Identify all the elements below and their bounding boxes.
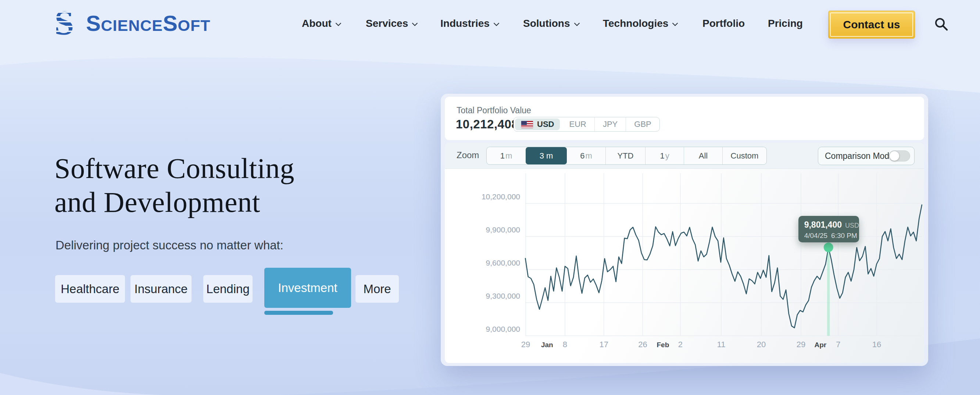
chart-tooltip: 9,801,400 USD 4/04/25 6:30 PM <box>799 216 859 242</box>
nav-item-services[interactable]: Services <box>366 15 418 32</box>
chevron-down-icon <box>493 22 500 27</box>
range-3m-button[interactable]: 3 m <box>526 147 567 164</box>
range-custom-button[interactable]: Custom <box>722 147 767 164</box>
portfolio-chart: 10,200,0009,900,0009,600,0009,300,0009,0… <box>445 169 924 363</box>
range-1y-button[interactable]: 1y <box>645 147 684 164</box>
x-axis-label: Feb <box>657 341 670 349</box>
comparison-mode-label: Comparison Mode <box>825 151 894 161</box>
chevron-down-icon <box>412 22 418 27</box>
portfolio-value: 10,212,408 <box>456 117 518 131</box>
nav-item-pricing[interactable]: Pricing <box>768 15 803 32</box>
portfolio-line <box>525 204 922 328</box>
contact-us-button[interactable]: Contact us <box>828 11 915 38</box>
x-axis-label: 26 <box>638 340 647 349</box>
tab-healthcare[interactable]: Healthcare <box>55 275 125 303</box>
tab-investment[interactable]: Investment <box>264 268 351 308</box>
chevron-down-icon <box>335 22 342 27</box>
logo[interactable]: S ScienceSoft <box>54 8 211 38</box>
chevron-down-icon <box>574 22 580 27</box>
portfolio-value-label: Total Portfolio Value <box>457 105 531 115</box>
range-1m-button[interactable]: 1m <box>487 147 526 164</box>
currency-usd-button[interactable]: USD <box>515 118 560 130</box>
active-tab-underline <box>264 311 333 315</box>
tooltip-currency: USD <box>845 222 859 229</box>
portfolio-dashboard-card: Total Portfolio Value 10,212,408 USD EUR… <box>441 94 928 366</box>
chevron-down-icon <box>672 22 678 27</box>
y-axis-label: 9,300,000 <box>486 291 520 300</box>
x-axis-label: 17 <box>599 340 608 349</box>
nav-item-portfolio[interactable]: Portfolio <box>702 15 745 32</box>
nav-item-technologies[interactable]: Technologies <box>603 15 678 32</box>
range-ytd-button[interactable]: YTD <box>605 147 645 164</box>
marker-drop-line <box>827 247 830 336</box>
us-flag-icon <box>521 121 533 128</box>
x-axis-label: 2 <box>678 340 682 349</box>
currency-eur-button[interactable]: EUR <box>561 117 594 131</box>
comparison-mode-control: Comparison Mode <box>818 147 915 165</box>
tooltip-time: 6:30 PM <box>831 232 857 240</box>
sciencesoft-logo-icon: S <box>54 8 81 38</box>
range-all-button[interactable]: All <box>684 147 722 164</box>
chart-toolbar: Zoom 1m 3 m 6m YTD 1y All Custom Compari… <box>445 143 924 169</box>
tab-lending[interactable]: Lending <box>203 275 253 303</box>
x-axis-label: Jan <box>541 341 553 349</box>
tab-insurance[interactable]: Insurance <box>130 275 191 303</box>
currency-switcher: USD EUR JPY GBP <box>514 117 660 132</box>
tooltip-value: 9,801,400 <box>804 220 842 230</box>
range-6m-button[interactable]: 6m <box>567 147 605 164</box>
y-axis-label: 9,000,000 <box>486 325 520 333</box>
x-axis-label: 16 <box>872 340 881 349</box>
portfolio-summary-panel: Total Portfolio Value 10,212,408 USD EUR… <box>445 97 924 140</box>
y-axis-label: 10,200,000 <box>482 192 520 201</box>
nav-item-solutions[interactable]: Solutions <box>523 15 580 32</box>
x-axis-label: 11 <box>717 340 725 349</box>
zoom-label: Zoom <box>457 150 479 160</box>
industry-tabs: Healthcare Insurance Lending Investment … <box>55 268 399 308</box>
tooltip-date: 4/04/25 <box>804 232 827 240</box>
search-icon[interactable] <box>932 16 950 33</box>
nav-item-about[interactable]: About <box>302 15 342 32</box>
comparison-mode-toggle[interactable] <box>889 150 910 161</box>
y-axis-label: 9,600,000 <box>486 258 520 267</box>
header: S ScienceSoft About Services Industries … <box>0 0 980 62</box>
chart-area[interactable]: 10,200,0009,900,0009,600,0009,300,0009,0… <box>445 169 924 363</box>
x-axis-label: 20 <box>757 340 766 349</box>
tab-more[interactable]: More <box>355 275 399 303</box>
toggle-knob <box>889 151 899 161</box>
selected-point-marker <box>824 243 833 252</box>
x-axis-label: 29 <box>521 340 530 349</box>
hero-subtitle: Delivering project success no matter wha… <box>56 238 283 252</box>
range-selector: 1m 3 m 6m YTD 1y All Custom <box>486 147 767 165</box>
currency-gbp-button[interactable]: GBP <box>626 117 659 131</box>
nav-item-industries[interactable]: Industries <box>441 15 500 32</box>
x-axis-label: 8 <box>563 340 567 349</box>
currency-jpy-button[interactable]: JPY <box>594 117 626 131</box>
page-title: Software Consultingand Development <box>54 151 294 219</box>
x-axis-label: 29 <box>797 340 805 349</box>
x-axis-label: Apr <box>814 341 826 349</box>
logo-wordmark: ScienceSoft <box>86 11 211 36</box>
y-axis-label: 9,900,000 <box>486 225 520 234</box>
x-axis-label: 7 <box>836 340 840 349</box>
